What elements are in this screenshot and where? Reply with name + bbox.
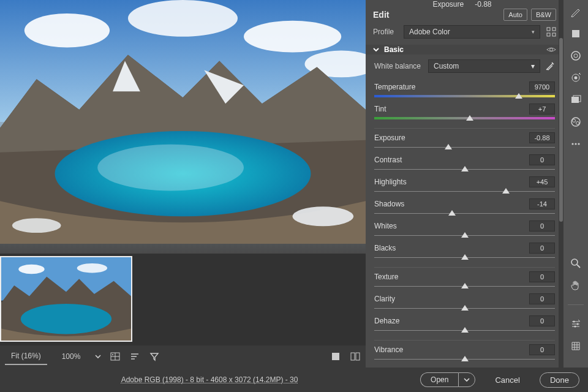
slider-thumb[interactable]: [461, 356, 469, 361]
slider-thumb[interactable]: [445, 144, 452, 149]
grid-tool-icon[interactable]: [570, 341, 581, 352]
slider-label: Temperature: [374, 83, 415, 91]
zoom-tool-icon[interactable]: [570, 258, 581, 269]
slider-value-input[interactable]: 0: [529, 344, 555, 355]
slider-track[interactable]: [374, 233, 555, 239]
slider-track[interactable]: [374, 328, 555, 334]
open-button[interactable]: Open: [420, 372, 458, 387]
slider-exposure: Exposure-0.88: [374, 132, 555, 151]
slider-track[interactable]: [374, 356, 555, 363]
profile-value: Adobe Color: [409, 28, 450, 36]
svg-point-7: [293, 206, 353, 226]
slider-thumb[interactable]: [502, 188, 510, 194]
basic-section-header[interactable]: Basic: [366, 45, 564, 55]
redeye-tool-icon[interactable]: [570, 72, 581, 83]
radial-tool-icon[interactable]: [570, 50, 581, 61]
slider-thumb[interactable]: [448, 210, 456, 216]
slider-track[interactable]: [374, 306, 555, 312]
slider-thumb[interactable]: [461, 166, 469, 172]
slider-thumb[interactable]: [461, 232, 469, 238]
slider-track[interactable]: [374, 116, 555, 122]
slider-highlights: Highlights+45: [374, 176, 555, 195]
image-metadata[interactable]: Adobe RGB (1998) - 8 bit - 4608 x 3072 (…: [9, 375, 410, 384]
histogram-label: Exposure: [432, 0, 464, 9]
open-menu-caret[interactable]: [458, 372, 475, 387]
slider-value-input[interactable]: 0: [529, 315, 555, 326]
slider-track[interactable]: [374, 284, 555, 290]
slider-track[interactable]: [374, 167, 555, 173]
crop-tool-icon[interactable]: [570, 28, 581, 39]
eyedropper-icon[interactable]: [545, 61, 555, 71]
slider-value-input[interactable]: 9700: [529, 81, 555, 92]
slider-thumb[interactable]: [466, 115, 473, 121]
slider-thumb[interactable]: [461, 283, 469, 288]
white-balance-value: Custom: [434, 62, 459, 70]
image-preview[interactable]: [0, 0, 366, 254]
slider-thumb[interactable]: [461, 327, 469, 333]
grid-toggle-icon[interactable]: [110, 351, 121, 362]
svg-rect-21: [552, 33, 556, 36]
slider-blacks: Blacks0: [374, 243, 555, 261]
svg-point-37: [573, 321, 575, 323]
svg-point-10: [18, 265, 44, 274]
slider-thumb[interactable]: [461, 254, 469, 260]
slider-value-input[interactable]: +7: [529, 104, 555, 115]
slider-label: Shadows: [374, 200, 404, 208]
svg-point-12: [21, 304, 111, 334]
svg-rect-16: [351, 353, 355, 360]
svg-point-22: [550, 48, 553, 51]
slider-label: Highlights: [374, 178, 407, 186]
snapshots-icon[interactable]: [570, 94, 581, 105]
slider-value-input[interactable]: -14: [529, 198, 555, 209]
hand-tool-icon[interactable]: [570, 280, 581, 291]
svg-point-24: [571, 51, 580, 60]
profile-browser-icon[interactable]: [546, 27, 556, 37]
more-icon[interactable]: [570, 138, 581, 149]
slider-track[interactable]: [374, 211, 555, 217]
zoom-fit-tab[interactable]: Fit (16%): [5, 348, 47, 365]
slider-track[interactable]: [374, 94, 555, 100]
svg-point-3: [244, 21, 341, 53]
filmstrip: [0, 254, 366, 345]
filmstrip-thumb[interactable]: [0, 256, 132, 342]
slider-shadows: Shadows-14: [374, 198, 555, 217]
sort-icon[interactable]: [129, 351, 140, 362]
white-balance-select[interactable]: Custom ▾: [428, 59, 540, 73]
slider-value-input[interactable]: 0: [529, 221, 555, 232]
profile-select[interactable]: Adobe Color ▾: [404, 25, 540, 39]
slider-label: Exposure: [374, 134, 405, 142]
slider-track[interactable]: [374, 255, 555, 261]
slider-label: Texture: [374, 273, 398, 281]
slider-value-input[interactable]: +45: [529, 176, 555, 187]
svg-point-2: [128, 0, 238, 37]
cancel-button[interactable]: Cancel: [485, 373, 529, 387]
sliders-icon[interactable]: [570, 318, 581, 330]
slider-track[interactable]: [374, 189, 555, 195]
slider-contrast: Contrast0: [374, 154, 555, 173]
slider-track[interactable]: [374, 145, 555, 151]
slider-thumb[interactable]: [515, 93, 522, 99]
filter-icon[interactable]: [149, 351, 160, 362]
slider-label: Blacks: [374, 244, 396, 252]
chevron-down-icon: ▾: [532, 29, 535, 35]
slider-tint: Tint+7: [374, 104, 555, 122]
edit-tool-icon[interactable]: [570, 6, 581, 17]
panel-scrollbar[interactable]: [559, 0, 564, 368]
auto-button[interactable]: Auto: [503, 9, 527, 21]
slider-value-input[interactable]: 0: [529, 154, 555, 165]
visibility-toggle-icon[interactable]: [546, 46, 556, 53]
done-button[interactable]: Done: [540, 372, 579, 388]
slider-value-input[interactable]: 0: [529, 243, 555, 254]
slider-value-input[interactable]: 0: [529, 271, 555, 282]
slider-value-input[interactable]: -0.88: [529, 132, 555, 143]
zoom-menu-caret[interactable]: [95, 353, 101, 360]
bw-button[interactable]: B&W: [531, 9, 556, 21]
single-view-icon[interactable]: [330, 351, 341, 362]
slider-thumb[interactable]: [461, 305, 469, 311]
svg-point-39: [575, 326, 576, 328]
presets-icon[interactable]: [570, 116, 581, 127]
svg-point-38: [577, 323, 579, 325]
slider-value-input[interactable]: 0: [529, 293, 555, 304]
compare-view-icon[interactable]: [350, 351, 361, 362]
zoom-100-tab[interactable]: 100%: [56, 349, 87, 364]
